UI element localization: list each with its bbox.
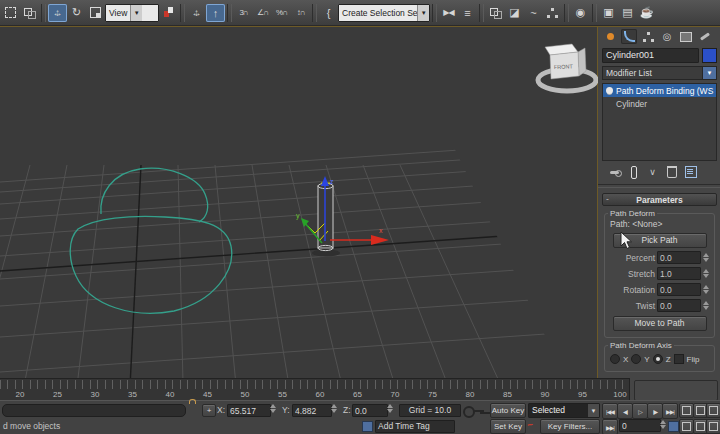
- auto-key-button[interactable]: Auto Key: [490, 403, 526, 418]
- select-and-manipulate-icon[interactable]: ↔↕: [187, 4, 206, 22]
- zoom-extents-all-button[interactable]: [706, 403, 720, 418]
- use-pivot-point-center-icon[interactable]: [159, 4, 178, 22]
- current-frame-field[interactable]: [619, 419, 661, 432]
- x-coordinate-spinner[interactable]: [270, 404, 276, 413]
- tab-display-icon[interactable]: [678, 29, 694, 44]
- frame-tick-label: 60: [316, 390, 325, 399]
- render-setup-icon[interactable]: ▣: [599, 4, 618, 22]
- stretch-spinner[interactable]: [703, 269, 709, 278]
- move-to-path-button[interactable]: Move to Path: [613, 316, 707, 331]
- keyboard-shortcut-override-icon[interactable]: ↑: [206, 4, 225, 22]
- edit-named-selection-sets-icon[interactable]: {: [319, 4, 338, 22]
- pan-view-button[interactable]: [679, 419, 694, 434]
- zoom-viewport-button[interactable]: [679, 403, 694, 418]
- time-configuration-icon[interactable]: [668, 421, 679, 432]
- key-filters-button[interactable]: Key Filters...: [540, 419, 600, 434]
- maximize-viewport-toggle-button[interactable]: [706, 419, 720, 434]
- select-and-move-button[interactable]: ↔↕: [48, 4, 67, 22]
- rendered-frame-window-icon[interactable]: ▤: [618, 4, 637, 22]
- previous-frame-button[interactable]: ◀|: [617, 403, 633, 419]
- time-tag-icon: [362, 421, 373, 432]
- material-editor-icon[interactable]: ◉: [571, 4, 590, 22]
- tab-utilities-icon[interactable]: [697, 29, 713, 44]
- spinner-snap-icon[interactable]: ↕∩: [291, 4, 310, 22]
- 3ds-max-window: ↔↕ ↻ View ▼ ↔↕ ↑ 3∩ ∠∩ %∩ ↕∩ { Create Se…: [0, 0, 720, 434]
- angle-snap-icon[interactable]: ∠∩: [253, 4, 272, 22]
- rotation-field[interactable]: [657, 283, 701, 296]
- key-filter-selection-dropdown[interactable]: Selected ▼: [528, 403, 600, 418]
- z-coordinate-spinner[interactable]: [387, 404, 393, 413]
- select-and-rotate-button[interactable]: ↻: [67, 4, 86, 22]
- snaps-toggle-icon[interactable]: 3∩: [234, 4, 253, 22]
- mirror-icon[interactable]: ▶◀: [439, 4, 458, 22]
- configure-modifier-sets-icon[interactable]: [684, 166, 697, 179]
- percent-snap-icon[interactable]: %∩: [272, 4, 291, 22]
- render-production-icon[interactable]: ☕: [637, 4, 656, 22]
- x-coordinate-label: X:: [217, 405, 225, 415]
- add-time-tag-field[interactable]: Add Time Tag: [375, 420, 455, 433]
- graph-editors-icon[interactable]: ◪: [505, 4, 524, 22]
- modifier-stack-item-cylinder[interactable]: Cylinder: [603, 97, 716, 110]
- rotation-spinner[interactable]: [703, 285, 709, 294]
- show-end-result-icon[interactable]: [627, 166, 640, 179]
- tab-hierarchy-icon[interactable]: [640, 29, 656, 44]
- reference-coordinate-system-dropdown[interactable]: View ▼: [105, 4, 159, 22]
- toolbar-separator: [432, 4, 437, 22]
- next-frame-button[interactable]: |▶: [647, 403, 663, 419]
- absolute-mode-transform-icon[interactable]: +: [202, 404, 216, 417]
- window-crossing-toggle-icon[interactable]: [20, 4, 39, 22]
- object-color-swatch[interactable]: [702, 48, 717, 63]
- twist-field[interactable]: [657, 299, 701, 312]
- modifier-list-dropdown[interactable]: Modifier List ▼: [602, 66, 717, 80]
- tab-create-icon[interactable]: [602, 29, 618, 44]
- twist-spinner[interactable]: [703, 301, 709, 310]
- play-button[interactable]: ▷: [632, 403, 648, 419]
- viewcube-side-face[interactable]: [578, 48, 586, 76]
- axis-z-radio[interactable]: [653, 354, 663, 364]
- flip-checkbox[interactable]: [674, 354, 684, 364]
- named-selection-set-dropdown[interactable]: Create Selection Se ▼: [338, 4, 430, 22]
- percent-field[interactable]: [657, 251, 701, 264]
- rectangular-selection-region-icon[interactable]: [1, 4, 20, 22]
- schematic-view-icon[interactable]: [543, 4, 562, 22]
- status-line-field[interactable]: [2, 404, 186, 417]
- track-bar[interactable]: 20 25 30 35 40 45 50 55 60 65 70 75 80 8…: [0, 378, 630, 400]
- frame-tick-label: 80: [466, 390, 475, 399]
- cylinder-object[interactable]: [312, 183, 340, 257]
- curve-editor-icon[interactable]: ~: [524, 4, 543, 22]
- frame-tick-label: 20: [16, 390, 25, 399]
- pin-stack-icon[interactable]: [608, 166, 621, 179]
- perspective-viewport[interactable]: z y x FRONT: [0, 26, 598, 378]
- viewcube[interactable]: FRONT: [538, 44, 596, 91]
- chevron-down-icon: ▼: [417, 5, 429, 21]
- tab-modify-icon[interactable]: [621, 29, 637, 44]
- stretch-field[interactable]: [657, 267, 701, 280]
- manage-layers-icon[interactable]: [486, 4, 505, 22]
- align-icon[interactable]: ≡: [458, 4, 477, 22]
- y-coordinate-spinner[interactable]: [331, 404, 337, 413]
- axis-y-radio[interactable]: [631, 354, 641, 364]
- grid-y-axis: [128, 165, 141, 379]
- select-and-scale-button[interactable]: [86, 4, 105, 22]
- percent-spinner[interactable]: [703, 253, 709, 262]
- modifier-stack-item-path-deform-binding[interactable]: Path Deform Binding (WS: [603, 84, 716, 97]
- remove-modifier-icon[interactable]: [665, 166, 678, 179]
- parameters-rollout-header[interactable]: - Parameters: [602, 193, 717, 206]
- stretch-label: Stretch: [628, 269, 655, 279]
- object-name-field[interactable]: Cylinder001: [602, 48, 699, 63]
- frame-tick-label: 65: [353, 390, 362, 399]
- x-coordinate-field[interactable]: [227, 404, 271, 417]
- modifier-stack: Path Deform Binding (WS Cylinder: [602, 83, 717, 161]
- frame-spinner[interactable]: [660, 420, 666, 429]
- tab-motion-icon[interactable]: ◎: [659, 29, 675, 44]
- y-coordinate-field[interactable]: [292, 404, 332, 417]
- make-unique-icon[interactable]: ∨: [646, 166, 659, 179]
- key-mode-toggle-button[interactable]: ▶▶|: [602, 419, 618, 434]
- z-coordinate-field[interactable]: [352, 404, 388, 417]
- go-to-end-button[interactable]: ▶▶|: [662, 403, 678, 419]
- go-to-start-button[interactable]: |◀◀: [602, 403, 618, 419]
- modifier-on-off-bulb-icon[interactable]: [606, 87, 613, 94]
- axis-x-radio[interactable]: [610, 354, 620, 364]
- frame-tick-label: 30: [91, 390, 100, 399]
- set-key-button[interactable]: Set Key: [490, 419, 526, 434]
